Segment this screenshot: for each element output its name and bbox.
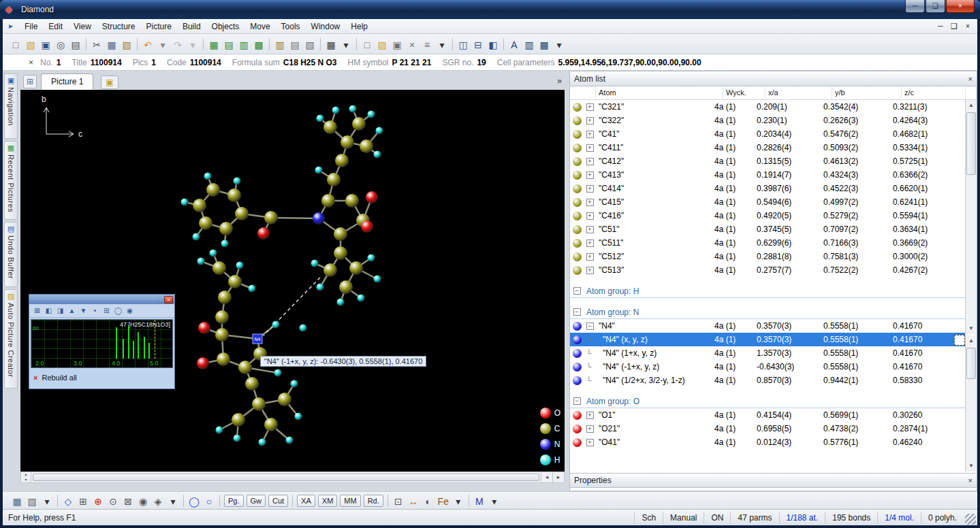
cut-button[interactable]: Cut [268, 495, 288, 507]
atom-H[interactable] [259, 439, 266, 446]
sidebar-tab-navigation[interactable]: ▣Navigation [4, 73, 18, 139]
atom-row[interactable]: +"C512"4a (1)0.2881(8)0.7581(3)0.3000(2) [570, 250, 965, 263]
open-icon[interactable]: ▧ [24, 37, 37, 51]
duplicate-picture-icon[interactable]: ▣ [390, 37, 404, 51]
scroll-left-arrow[interactable]: ◂ [541, 472, 552, 482]
cell-box-icon[interactable]: ⊡ [392, 494, 405, 508]
ellipsoid-icon[interactable]: ◯ [187, 494, 201, 508]
mdi-restore-button[interactable]: ❑ [947, 22, 961, 31]
hscroll-thumb[interactable] [33, 474, 539, 481]
scrollbar-thumb[interactable] [966, 112, 976, 175]
minimize-button[interactable]: ─ [905, 0, 925, 13]
column-header-y-b[interactable]: y/b [832, 86, 902, 99]
atom-C[interactable] [264, 211, 278, 225]
atom-row[interactable]: +"O21"4a (1)0.6958(5)0.4738(2)0.2874(1) [570, 422, 965, 435]
tables-report-icon[interactable]: ▦ [537, 37, 551, 51]
atom-C[interactable] [321, 194, 335, 208]
atom-C[interactable] [219, 222, 233, 235]
mdi-close-button[interactable]: × [961, 22, 975, 31]
rebuild-all-button[interactable]: × Rebuild all [29, 369, 174, 386]
text-labels-icon[interactable]: A [507, 37, 521, 51]
sidebar-tab-undo-buffer[interactable]: ▤Undo Buffer [4, 222, 18, 287]
expand-icon[interactable]: + [586, 425, 594, 433]
new-document-icon[interactable]: □ [9, 37, 22, 51]
atom-C[interactable] [227, 188, 241, 202]
atoms-cell-icon[interactable]: ⊞ [76, 494, 90, 508]
xa-labels-button[interactable]: XA [297, 495, 315, 507]
close-structure-icon[interactable]: × [29, 58, 33, 67]
sidebar-tab-recent-pictures[interactable]: ▦Recent Pictures [4, 141, 18, 220]
powder-pattern-icon[interactable]: ▤ [288, 37, 302, 51]
atom-H[interactable] [300, 325, 307, 332]
atom-C[interactable] [278, 393, 291, 406]
scroll-down-arrow[interactable]: ▼ [966, 461, 977, 472]
hscroll-track[interactable] [31, 472, 541, 482]
scroll-up-arrow[interactable]: ▲ [966, 100, 977, 111]
menu-objects[interactable]: Objects [206, 20, 245, 33]
expand-icon[interactable]: + [586, 185, 594, 193]
atom-row[interactable]: +"C415"4a (1)0.5494(6)0.4997(2)0.6241(1) [570, 195, 965, 209]
split-vertical-icon[interactable]: ⊟ [471, 37, 485, 51]
atom-H[interactable] [236, 262, 244, 269]
atom-H[interactable] [181, 199, 189, 206]
mdi-minimize-button[interactable]: ─ [934, 22, 947, 31]
column-header-atom[interactable]: Atom [596, 86, 723, 99]
atom-H[interactable] [295, 413, 302, 420]
menu-edit[interactable]: Edit [43, 20, 68, 33]
molecules-icon[interactable]: ⊙ [106, 494, 120, 508]
atom-H[interactable] [315, 167, 323, 174]
atom-C[interactable] [352, 117, 366, 131]
pg-button[interactable]: Pg. [224, 495, 244, 507]
move-icon[interactable]: ↔ [407, 494, 420, 508]
atom-group-row[interactable]: −Atom group: H [570, 284, 965, 298]
picture-menu-dropdown[interactable]: ▾ [40, 494, 54, 508]
packing-icon[interactable]: ◉ [136, 494, 150, 508]
menu-structure[interactable]: Structure [97, 20, 141, 33]
expand-icon[interactable]: + [586, 199, 594, 206]
fe-button[interactable]: Fe [437, 494, 450, 508]
atom-C[interactable] [238, 361, 252, 374]
measure-m-button[interactable]: M [473, 494, 486, 508]
expand-icon[interactable]: + [586, 171, 594, 179]
discard-picture-icon[interactable]: × [405, 37, 419, 51]
menu-file[interactable]: File [19, 20, 43, 33]
more-dropdown[interactable]: ▾ [552, 37, 566, 51]
atom-row[interactable]: +"C321"4a (1)0.209(1)0.3542(4)0.3211(3) [570, 100, 965, 114]
menu-picture[interactable]: Picture [141, 20, 177, 33]
atom-H[interactable] [204, 173, 212, 180]
table-mode-icon[interactable]: ▦ [324, 37, 338, 51]
atom-row[interactable]: +"C322"4a (1)0.230(1)0.2626(3)0.4264(3) [570, 114, 965, 127]
atom-row[interactable]: −"N4"4a (1)0.3570(3)0.5558(1)0.41670 [570, 319, 965, 333]
atom-group-row[interactable]: −Atom group: O [570, 395, 965, 408]
atom-H[interactable] [221, 240, 229, 248]
expand-icon[interactable]: + [586, 412, 594, 419]
expand-icon[interactable]: + [586, 267, 594, 274]
rd-button[interactable]: Rd. [364, 495, 383, 507]
collapse-icon[interactable]: − [573, 397, 581, 405]
print-icon[interactable]: ▤ [69, 37, 82, 51]
atom-row[interactable]: +"C513"4a (1)0.2757(7)0.7522(2)0.4267(2) [570, 263, 965, 277]
atom-row[interactable]: └"N4" (x, y, z)4a (1)0.3570(3)0.5558(1)0… [570, 333, 965, 346]
atom-O[interactable] [257, 227, 270, 240]
atom-H[interactable] [311, 260, 319, 267]
atom-list-scrollbar-upper[interactable]: ▲ ▼ [965, 100, 977, 334]
atom-O[interactable] [366, 191, 378, 203]
atom-H[interactable] [317, 115, 324, 122]
distances-histogram-icon[interactable]: ▥ [273, 37, 287, 51]
properties-close-icon[interactable]: × [968, 476, 973, 484]
redo-icon[interactable]: ↷ [171, 37, 185, 51]
atom-O[interactable] [197, 357, 209, 369]
menu-tools[interactable]: Tools [276, 20, 306, 33]
atom-H[interactable] [234, 435, 241, 442]
atom-C[interactable] [206, 183, 220, 197]
atom-C[interactable] [334, 227, 347, 241]
scene-icon[interactable]: ▧ [25, 494, 39, 508]
menu-view[interactable]: View [68, 20, 97, 33]
atom-H[interactable] [286, 437, 294, 444]
expand-icon[interactable]: + [586, 226, 594, 233]
atom-H[interactable] [197, 258, 205, 265]
atom-H[interactable] [234, 178, 241, 185]
atom-C[interactable] [193, 199, 206, 212]
atom-row[interactable]: +"C41"4a (1)0.2034(4)0.5476(2)0.4682(1) [570, 127, 965, 141]
picture-properties-icon[interactable]: ≡ [420, 37, 434, 51]
